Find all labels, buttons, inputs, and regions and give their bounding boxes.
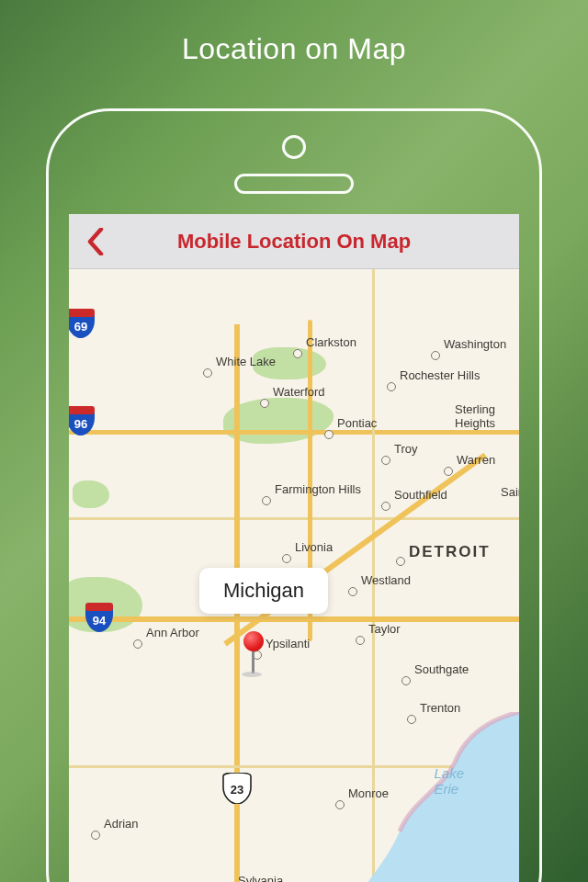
interstate-shield-69: 69 xyxy=(69,308,96,339)
city-dot xyxy=(387,382,396,391)
city-label: Trenton xyxy=(420,701,460,715)
map-pin-icon[interactable] xyxy=(242,637,262,677)
city-label: Ypsilanti xyxy=(266,637,310,650)
city-label: Monroe xyxy=(348,786,389,800)
city-label: Taylor xyxy=(368,622,401,636)
city-dot xyxy=(91,831,100,840)
page-title: Location on Map xyxy=(0,0,588,66)
interstate-shield-94: 94 xyxy=(84,602,115,633)
city-label: Washington xyxy=(444,337,506,351)
city-label: Adrian xyxy=(104,817,139,831)
city-dot xyxy=(401,676,411,685)
city-label: DETROIT xyxy=(409,543,491,561)
city-dot xyxy=(396,557,405,566)
phone-frame: Mobile Location On Map xyxy=(46,108,542,882)
city-label: White Lake xyxy=(216,355,276,368)
chevron-left-icon xyxy=(86,228,105,255)
shield-number: 96 xyxy=(69,405,96,436)
city-dot xyxy=(431,351,440,360)
city-label: Southgate xyxy=(414,662,469,676)
location-callout[interactable]: Michigan xyxy=(199,568,328,614)
city-dot xyxy=(444,467,453,476)
map-view[interactable]: Lake Erie 69 96 94 80 xyxy=(69,269,519,882)
highway xyxy=(69,616,519,622)
back-button[interactable] xyxy=(73,214,119,268)
city-dot xyxy=(293,349,302,358)
city-label: Pontiac xyxy=(337,416,377,430)
city-label: Westland xyxy=(361,573,411,587)
navbar: Mobile Location On Map xyxy=(69,214,519,269)
phone-camera-icon xyxy=(282,135,306,159)
city-label: Farmington Hills xyxy=(275,482,361,496)
highway xyxy=(69,430,519,435)
city-label: Sylvania xyxy=(238,874,283,882)
city-label: Waterford xyxy=(273,385,325,399)
city-label: Troy xyxy=(394,442,418,456)
city-dot xyxy=(348,587,357,596)
interstate-shield-96: 96 xyxy=(69,405,96,436)
city-label: Clarkston xyxy=(306,335,356,349)
shield-number: 23 xyxy=(221,773,253,804)
city-dot xyxy=(262,496,271,505)
city-label: Rochester Hills xyxy=(400,368,480,382)
shield-number: 69 xyxy=(69,308,96,339)
city-dot xyxy=(203,368,212,378)
park-area xyxy=(223,398,334,444)
city-label: Sterling Heights xyxy=(455,402,495,430)
city-label: Ann Arbor xyxy=(146,626,199,639)
us-shield-23: 23 xyxy=(221,773,253,804)
city-label: Warren xyxy=(457,453,495,467)
navbar-title: Mobile Location On Map xyxy=(69,230,519,254)
city-dot xyxy=(381,502,390,511)
city-label: Sain xyxy=(501,485,519,499)
city-dot xyxy=(407,715,416,724)
city-dot xyxy=(381,456,390,465)
city-label: Livonia xyxy=(295,540,333,554)
phone-speaker-icon xyxy=(234,174,354,194)
city-dot xyxy=(133,639,142,649)
city-label: Southfield xyxy=(394,488,447,502)
screen: Mobile Location On Map xyxy=(69,214,519,882)
park-area xyxy=(73,481,109,508)
city-dot xyxy=(324,430,334,439)
city-dot xyxy=(282,554,291,563)
shield-number: 94 xyxy=(84,602,115,633)
city-dot xyxy=(356,636,365,645)
road xyxy=(69,517,519,520)
city-dot xyxy=(260,399,269,408)
lake-label: Lake Erie xyxy=(434,766,464,797)
city-dot xyxy=(335,800,345,809)
